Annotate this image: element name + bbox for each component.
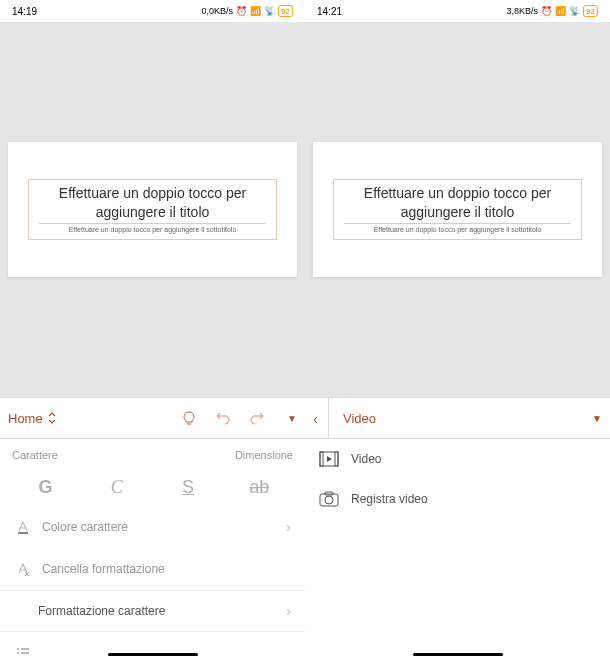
svg-rect-2 xyxy=(21,648,29,650)
character-formatting-row[interactable]: Formattazione carattere › xyxy=(0,591,305,631)
battery-icon: 92 xyxy=(278,5,293,17)
signal-icon: 📶 xyxy=(555,6,566,16)
back-button[interactable]: ‹ xyxy=(313,410,318,427)
status-bar: 14:19 0,0KB/s ⏰ 📶 📡 92 xyxy=(0,0,305,22)
clear-formatting-row[interactable]: Cancella formattazione xyxy=(0,548,305,590)
slide[interactable]: Effettuare un doppio tocco per aggiunger… xyxy=(313,142,602,277)
status-time: 14:21 xyxy=(317,6,342,17)
toolbar: ‹ Video ▼ xyxy=(305,397,610,439)
status-speed: 0,0KB/s xyxy=(202,6,234,16)
slide-canvas[interactable]: Effettuare un doppio tocco per aggiunger… xyxy=(305,22,610,397)
slide-subtitle-placeholder[interactable]: Effettuare un doppio tocco per aggiunger… xyxy=(39,226,266,233)
video-label: Video xyxy=(351,452,381,466)
record-video-row[interactable]: Registra video xyxy=(305,479,610,519)
status-bar: 14:21 3,8KB/s ⏰ 📶 📡 92 xyxy=(305,0,610,22)
slide-title-placeholder[interactable]: Effettuare un doppio tocco per aggiunger… xyxy=(39,184,266,223)
clear-format-icon xyxy=(14,560,32,578)
video-panel: Video Registra video xyxy=(305,439,610,660)
svg-point-9 xyxy=(325,496,333,504)
nav-bar[interactable] xyxy=(108,653,198,656)
svg-rect-1 xyxy=(17,648,19,650)
svg-rect-7 xyxy=(335,452,338,466)
screen-left: 14:19 0,0KB/s ⏰ 📶 📡 92 Effettuare un dop… xyxy=(0,0,305,660)
strikethrough-button[interactable]: ab xyxy=(234,477,284,498)
chevron-updown-icon xyxy=(47,412,57,424)
bold-button[interactable]: G xyxy=(21,477,71,498)
screen-right: 14:21 3,8KB/s ⏰ 📶 📡 92 Effettuare un dop… xyxy=(305,0,610,660)
video-icon xyxy=(319,451,339,467)
redo-icon[interactable] xyxy=(249,410,265,426)
status-speed: 3,8KB/s xyxy=(507,6,539,16)
camera-icon xyxy=(319,491,339,507)
font-color-icon xyxy=(14,518,32,536)
italic-button[interactable]: C xyxy=(92,477,142,498)
list-icon xyxy=(14,644,32,660)
tab-label[interactable]: Video xyxy=(343,411,376,426)
alarm-icon: ⏰ xyxy=(236,6,247,16)
slide[interactable]: Effettuare un doppio tocco per aggiunger… xyxy=(8,142,297,277)
panel-header-size: Dimensione xyxy=(235,449,293,461)
nav-bar[interactable] xyxy=(413,653,503,656)
slide-canvas[interactable]: Effettuare un doppio tocco per aggiunger… xyxy=(0,22,305,397)
svg-rect-3 xyxy=(17,652,19,654)
collapse-panel-icon[interactable]: ▼ xyxy=(287,413,297,424)
alarm-icon: ⏰ xyxy=(541,6,552,16)
signal-icon: 📶 xyxy=(250,6,261,16)
insert-video-row[interactable]: Video xyxy=(305,439,610,479)
battery-icon: 92 xyxy=(583,5,598,17)
slide-title-placeholder[interactable]: Effettuare un doppio tocco per aggiunger… xyxy=(344,184,571,223)
underline-button[interactable]: S xyxy=(163,477,213,498)
status-time: 14:19 xyxy=(12,6,37,17)
svg-rect-6 xyxy=(320,452,323,466)
svg-rect-4 xyxy=(21,652,29,654)
chevron-right-icon: › xyxy=(286,519,291,535)
wifi-icon: 📡 xyxy=(264,6,275,16)
wifi-icon: 📡 xyxy=(569,6,580,16)
undo-icon[interactable] xyxy=(215,410,231,426)
lightbulb-icon[interactable] xyxy=(181,410,197,426)
panel-header-character: Carattere xyxy=(12,449,58,461)
record-label: Registra video xyxy=(351,492,428,506)
tab-label: Home xyxy=(8,411,43,426)
svg-rect-0 xyxy=(18,532,28,534)
tab-selector[interactable]: Home xyxy=(8,411,181,426)
font-color-row[interactable]: Colore carattere › xyxy=(0,506,305,548)
char-format-label: Formattazione carattere xyxy=(38,604,165,618)
chevron-right-icon: › xyxy=(286,603,291,619)
font-color-label: Colore carattere xyxy=(42,520,128,534)
collapse-panel-icon[interactable]: ▼ xyxy=(592,413,602,424)
slide-subtitle-placeholder[interactable]: Effettuare un doppio tocco per aggiunger… xyxy=(344,226,571,233)
clear-format-label: Cancella formattazione xyxy=(42,562,165,576)
toolbar: Home ▼ xyxy=(0,397,305,439)
format-panel: Carattere Dimensione G C S ab Colore car… xyxy=(0,439,305,660)
